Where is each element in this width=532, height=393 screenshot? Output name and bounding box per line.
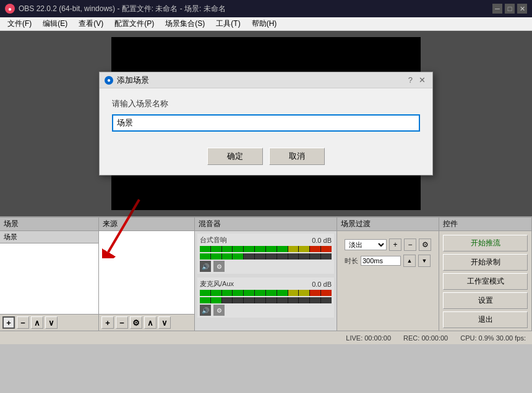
seg [288,290,299,296]
mic-mixer-controls[interactable]: 🔊 ⚙ [200,305,332,316]
status-bar: LIVE: 00:00:00 REC: 00:00:00 CPU: 0.9% 3… [0,331,532,344]
start-recording-button[interactable]: 开始录制 [443,254,528,271]
dialog-controls[interactable]: ? ✕ [406,75,427,85]
mic-meter-segments2 [200,297,332,303]
seg [222,290,233,296]
remove-transition-button[interactable]: − [404,239,416,251]
controls-header: 控件 [439,218,531,231]
seg [222,253,233,260]
seg [299,290,309,296]
mic-meter-bar2 [200,297,332,303]
seg [255,290,265,296]
move-source-up-button[interactable]: ∧ [144,316,157,329]
dialog-icon: ● [105,76,113,85]
seg [211,290,221,296]
source-settings-button[interactable]: ⚙ [130,316,142,329]
close-button[interactable]: ✕ [517,4,527,14]
menu-tools[interactable]: 工具(T) [211,17,245,30]
cancel-button[interactable]: 取消 [269,148,325,165]
scenes-footer[interactable]: + − ∧ ∨ [0,314,98,331]
settings-button[interactable]: 设置 [443,292,528,309]
add-scene-dialog: ● 添加场景 ? ✕ 请输入场景名称 确定 取消 [99,72,433,175]
scenes-header: 场景 [0,218,98,231]
seg [200,297,210,303]
maximize-button[interactable]: □ [505,4,515,14]
duration-down-button[interactable]: ▼ [418,255,431,267]
dialog-close-button[interactable]: ✕ [417,75,427,85]
mixer-track-desktop: 台式音响 0.0 dB [197,234,334,274]
rec-status: REC: 00:00:00 [403,334,448,342]
dialog-label: 请输入场景名称 [112,98,420,109]
sources-footer[interactable]: + − ⚙ ∧ ∨ [99,314,194,331]
duration-up-button[interactable]: ▲ [403,255,416,267]
desktop-audio-db: 0.0 dB [312,237,332,244]
move-source-down-button[interactable]: ∨ [158,316,171,329]
menu-view[interactable]: 查看(V) [74,17,108,30]
add-scene-button[interactable]: + [2,316,15,329]
exit-button[interactable]: 退出 [443,311,528,328]
mic-audio-db: 0.0 dB [312,281,332,288]
dialog-footer: 确定 取消 [100,142,432,175]
live-status: LIVE: 00:00:00 [346,334,391,342]
bottom-section: 场景 场景 + − ∧ ∨ 来源 + − ⚙ ∧ ∨ 混音器 [0,216,532,331]
window-title: OBS 22.0.2 (64-bit, windows) - 配置文件: 未命名… [19,4,226,14]
seg [266,290,277,296]
duration-input[interactable] [361,256,401,266]
obs-icon: ● [5,4,15,14]
move-scene-down-button[interactable]: ∨ [45,316,58,329]
mic-mute-button[interactable]: 🔊 [200,305,211,316]
scenes-sub-title: 场景 [4,233,17,240]
mic-settings-button[interactable]: ⚙ [213,305,225,316]
transition-type-select[interactable]: 淡出 [345,239,387,250]
move-scene-up-button[interactable]: ∧ [31,316,43,329]
seg [299,297,309,303]
dialog-title-bar: ● 添加场景 ? ✕ [100,72,432,88]
desktop-meter-segments [200,246,332,252]
menu-scenes[interactable]: 场景集合(S) [160,17,210,30]
mixer-track-mic: 麦克风/Aux 0.0 dB [197,277,334,318]
confirm-button[interactable]: 确定 [207,148,263,165]
sources-title: 来源 [103,219,118,228]
seg [233,253,243,260]
seg [255,253,265,260]
transition-settings-button[interactable]: ⚙ [419,239,431,251]
seg [299,246,309,252]
add-source-button[interactable]: + [101,316,114,329]
seg [277,297,288,303]
window-controls[interactable]: ─ □ ✕ [492,4,527,14]
dialog-title: ● 添加场景 [105,75,149,86]
modal-overlay: ● 添加场景 ? ✕ 请输入场景名称 确定 取消 [0,31,532,216]
menu-help[interactable]: 帮助(H) [247,17,282,30]
seg [222,246,233,252]
remove-scene-button[interactable]: − [17,316,29,329]
seg [266,246,277,252]
sources-list [99,231,194,314]
minimize-button[interactable]: ─ [492,4,502,14]
mixer-header: 混音器 [195,218,337,231]
dialog-help-button[interactable]: ? [406,75,414,85]
mixer-content: 台式音响 0.0 dB [195,231,337,331]
remove-source-button[interactable]: − [116,316,128,329]
add-transition-button[interactable]: + [389,239,401,251]
mixer-panel: 混音器 台式音响 0.0 dB [195,218,337,331]
seg [255,246,265,252]
studio-mode-button[interactable]: 工作室模式 [443,273,528,290]
controls-title: 控件 [443,219,458,228]
desktop-mixer-controls[interactable]: 🔊 ⚙ [200,261,332,272]
seg [244,246,254,252]
menu-file[interactable]: 文件(F) [2,17,36,30]
menu-edit[interactable]: 编辑(E) [38,17,72,30]
desktop-settings-button[interactable]: ⚙ [213,261,225,272]
menu-profile[interactable]: 配置文件(P) [109,17,159,30]
seg [222,297,233,303]
transitions-title: 场景过渡 [341,219,371,228]
seg [310,290,320,296]
start-streaming-button[interactable]: 开始推流 [443,235,528,251]
seg [266,297,277,303]
seg [277,290,288,296]
mixer-track-mic-header: 麦克风/Aux 0.0 dB [200,279,332,289]
seg [211,253,221,260]
cpu-status: CPU: 0.9% 30.00 fps: [460,334,526,342]
scene-name-input[interactable] [112,114,420,132]
desktop-mute-button[interactable]: 🔊 [200,261,211,272]
